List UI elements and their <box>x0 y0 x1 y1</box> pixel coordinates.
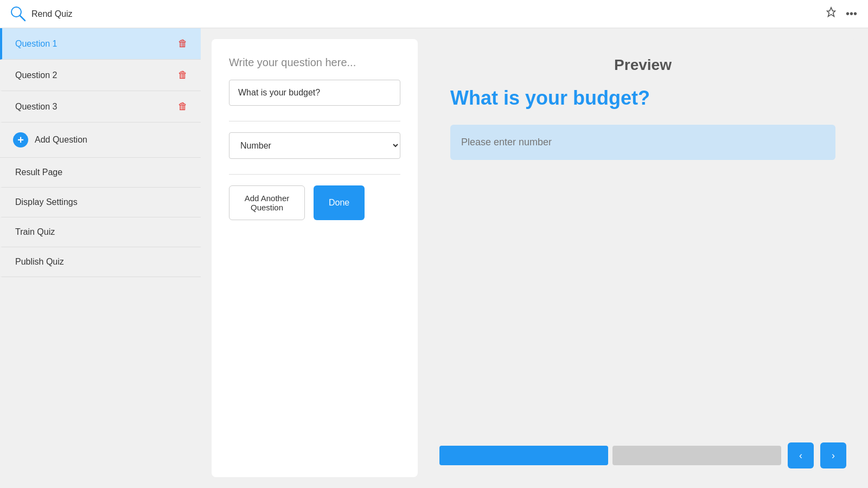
more-options-icon[interactable]: ••• <box>846 8 857 20</box>
editor-divider-1 <box>229 121 400 121</box>
progress-filled <box>439 446 608 465</box>
app-logo <box>11 7 26 22</box>
sidebar-item-question-3[interactable]: Question 3 🗑 <box>0 91 201 123</box>
sidebar-item-add-question[interactable]: + Add Question <box>0 123 201 158</box>
add-circle-icon: + <box>13 132 28 147</box>
preview-body: What is your budget? <box>429 87 857 434</box>
app-title: Rend Quiz <box>31 9 73 19</box>
sidebar-item-q1-label: Question 1 <box>15 39 57 49</box>
sidebar: Question 1 🗑 Question 2 🗑 Question 3 🗑 +… <box>0 28 201 488</box>
result-page-label: Result Page <box>15 168 62 177</box>
main-content: Write your question here... Text Number … <box>201 28 868 488</box>
preview-header: Preview <box>429 39 857 87</box>
delete-q3-icon[interactable]: 🗑 <box>178 101 188 112</box>
preview-footer: ‹ › <box>429 434 857 477</box>
header-right: ••• <box>825 7 857 21</box>
preview-number-input[interactable] <box>450 125 835 160</box>
delete-q1-icon[interactable]: 🗑 <box>178 38 188 49</box>
add-question-label: Add Question <box>35 135 87 145</box>
editor-actions: Add Another Question Done <box>229 185 400 220</box>
display-settings-label: Display Settings <box>15 197 78 207</box>
app-header: Rend Quiz ••• <box>0 0 868 28</box>
done-button[interactable]: Done <box>314 185 365 220</box>
sidebar-item-question-1[interactable]: Question 1 🗑 <box>0 28 201 60</box>
nav-prev-button[interactable]: ‹ <box>788 442 814 468</box>
pin-icon[interactable] <box>825 7 837 21</box>
sidebar-item-question-2[interactable]: Question 2 🗑 <box>0 60 201 91</box>
preview-question-text: What is your budget? <box>450 87 835 110</box>
header-left: Rend Quiz <box>11 7 73 22</box>
sidebar-item-train-quiz[interactable]: Train Quiz <box>0 217 201 247</box>
delete-q2-icon[interactable]: 🗑 <box>178 69 188 81</box>
nav-next-button[interactable]: › <box>820 442 846 468</box>
editor-prompt: Write your question here... <box>229 56 400 69</box>
sidebar-item-display-settings[interactable]: Display Settings <box>0 188 201 217</box>
sidebar-item-publish-quiz[interactable]: Publish Quiz <box>0 247 201 277</box>
editor-divider-2 <box>229 174 400 175</box>
publish-quiz-label: Publish Quiz <box>15 257 64 267</box>
sidebar-item-result-page[interactable]: Result Page <box>0 158 201 188</box>
add-another-question-button[interactable]: Add Another Question <box>229 185 305 220</box>
progress-bar <box>439 446 781 465</box>
sidebar-item-q3-label: Question 3 <box>15 102 57 112</box>
answer-type-select[interactable]: Text Number Email Date Multiple Choice <box>229 132 400 159</box>
svg-line-1 <box>20 16 25 21</box>
train-quiz-label: Train Quiz <box>15 227 55 237</box>
progress-empty <box>612 446 781 465</box>
main-layout: Question 1 🗑 Question 2 🗑 Question 3 🗑 +… <box>0 28 868 488</box>
question-text-input[interactable] <box>229 80 400 106</box>
preview-panel: Preview What is your budget? ‹ › <box>429 39 857 477</box>
sidebar-item-q2-label: Question 2 <box>15 70 57 80</box>
editor-panel: Write your question here... Text Number … <box>212 39 418 477</box>
